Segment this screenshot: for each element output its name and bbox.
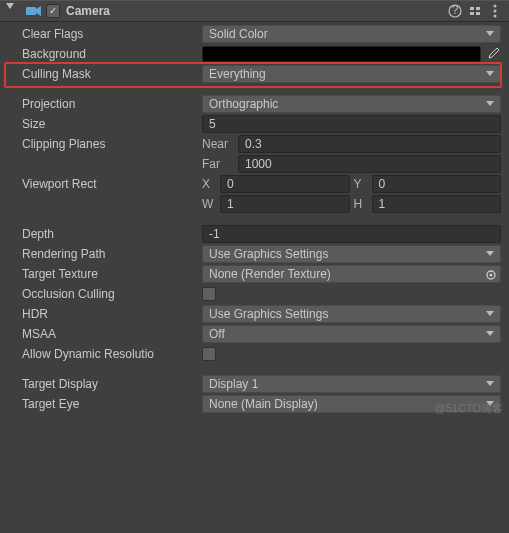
rendering-path-label: Rendering Path bbox=[8, 247, 202, 261]
svg-marker-0 bbox=[6, 3, 14, 9]
svg-point-10 bbox=[494, 10, 497, 13]
target-eye-label: Target Eye bbox=[8, 397, 202, 411]
clear-flags-value: Solid Color bbox=[209, 27, 268, 41]
culling-mask-label: Culling Mask bbox=[8, 67, 202, 81]
target-texture-field[interactable]: None (Render Texture) bbox=[202, 265, 501, 283]
chevron-down-icon bbox=[486, 331, 494, 337]
svg-rect-5 bbox=[470, 7, 474, 10]
chevron-down-icon bbox=[486, 401, 494, 407]
clipping-planes-label: Clipping Planes bbox=[8, 137, 202, 151]
projection-dropdown[interactable]: Orthographic bbox=[202, 95, 501, 113]
viewport-y-input[interactable]: 0 bbox=[372, 175, 502, 193]
x-label: X bbox=[202, 177, 216, 191]
w-label: W bbox=[202, 197, 216, 211]
object-picker-icon[interactable] bbox=[484, 268, 498, 282]
chevron-down-icon bbox=[486, 101, 494, 107]
viewport-w-input[interactable]: 1 bbox=[220, 195, 350, 213]
foldout-toggle-icon[interactable] bbox=[6, 3, 22, 19]
target-display-value: Display 1 bbox=[209, 377, 258, 391]
svg-rect-1 bbox=[26, 7, 36, 15]
msaa-value: Off bbox=[209, 327, 225, 341]
far-input[interactable]: 1000 bbox=[238, 155, 501, 173]
clear-flags-label: Clear Flags bbox=[8, 27, 202, 41]
svg-marker-20 bbox=[486, 381, 494, 386]
near-label: Near bbox=[202, 137, 234, 151]
occlusion-culling-label: Occlusion Culling bbox=[8, 287, 202, 301]
background-label: Background bbox=[8, 47, 202, 61]
target-eye-dropdown[interactable]: None (Main Display) bbox=[202, 395, 501, 413]
svg-point-17 bbox=[490, 274, 493, 277]
target-eye-value: None (Main Display) bbox=[209, 397, 318, 411]
culling-mask-value: Everything bbox=[209, 67, 266, 81]
hdr-value: Use Graphics Settings bbox=[209, 307, 328, 321]
y-label: Y bbox=[354, 177, 368, 191]
context-menu-icon[interactable] bbox=[487, 3, 503, 19]
rendering-path-dropdown[interactable]: Use Graphics Settings bbox=[202, 245, 501, 263]
svg-marker-2 bbox=[36, 6, 41, 16]
svg-marker-15 bbox=[486, 251, 494, 256]
target-display-label: Target Display bbox=[8, 377, 202, 391]
svg-point-9 bbox=[494, 5, 497, 8]
help-icon[interactable]: ? bbox=[447, 3, 463, 19]
svg-point-11 bbox=[494, 15, 497, 18]
svg-rect-6 bbox=[476, 7, 480, 10]
svg-marker-19 bbox=[486, 331, 494, 336]
camera-icon bbox=[26, 3, 42, 19]
component-enable-checkbox[interactable] bbox=[46, 4, 60, 18]
eyedropper-icon[interactable] bbox=[485, 47, 501, 61]
msaa-label: MSAA bbox=[8, 327, 202, 341]
svg-marker-18 bbox=[486, 311, 494, 316]
svg-marker-13 bbox=[486, 71, 494, 76]
depth-input[interactable]: -1 bbox=[202, 225, 501, 243]
allow-dynres-checkbox[interactable] bbox=[202, 347, 216, 361]
svg-marker-14 bbox=[486, 101, 494, 106]
chevron-down-icon bbox=[486, 71, 494, 77]
component-title: Camera bbox=[64, 4, 443, 18]
depth-label: Depth bbox=[8, 227, 202, 241]
chevron-down-icon bbox=[486, 251, 494, 257]
size-label: Size bbox=[8, 117, 202, 131]
msaa-dropdown[interactable]: Off bbox=[202, 325, 501, 343]
allow-dynres-label: Allow Dynamic Resolutio bbox=[8, 347, 202, 361]
target-texture-value: None (Render Texture) bbox=[209, 267, 331, 281]
target-texture-label: Target Texture bbox=[8, 267, 202, 281]
viewport-rect-label: Viewport Rect bbox=[8, 177, 202, 191]
chevron-down-icon bbox=[486, 381, 494, 387]
svg-rect-7 bbox=[470, 12, 474, 15]
background-color-field[interactable] bbox=[202, 46, 481, 62]
h-label: H bbox=[354, 197, 368, 211]
chevron-down-icon bbox=[486, 31, 494, 37]
projection-label: Projection bbox=[8, 97, 202, 111]
far-label: Far bbox=[202, 157, 234, 171]
projection-value: Orthographic bbox=[209, 97, 278, 111]
occlusion-culling-checkbox[interactable] bbox=[202, 287, 216, 301]
clear-flags-dropdown[interactable]: Solid Color bbox=[202, 25, 501, 43]
viewport-x-input[interactable]: 0 bbox=[220, 175, 350, 193]
culling-mask-dropdown[interactable]: Everything bbox=[202, 65, 501, 83]
target-display-dropdown[interactable]: Display 1 bbox=[202, 375, 501, 393]
near-input[interactable]: 0.3 bbox=[238, 135, 501, 153]
svg-text:?: ? bbox=[452, 4, 459, 17]
chevron-down-icon bbox=[486, 311, 494, 317]
svg-rect-8 bbox=[476, 12, 480, 15]
rendering-path-value: Use Graphics Settings bbox=[209, 247, 328, 261]
component-header[interactable]: Camera ? bbox=[0, 0, 509, 22]
viewport-h-input[interactable]: 1 bbox=[372, 195, 502, 213]
svg-marker-21 bbox=[486, 401, 494, 406]
size-input[interactable]: 5 bbox=[202, 115, 501, 133]
component-body: Clear Flags Solid Color Background Culli… bbox=[0, 22, 509, 420]
svg-marker-12 bbox=[486, 31, 494, 36]
presets-icon[interactable] bbox=[467, 3, 483, 19]
hdr-label: HDR bbox=[8, 307, 202, 321]
hdr-dropdown[interactable]: Use Graphics Settings bbox=[202, 305, 501, 323]
